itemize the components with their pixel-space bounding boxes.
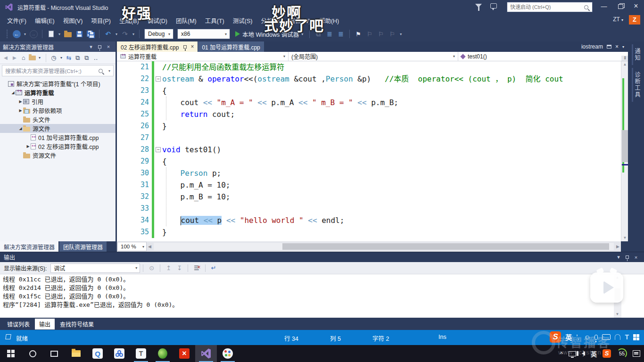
account-icon[interactable]: [615, 334, 620, 340]
tree-item-folder[interactable]: 资源文件: [0, 151, 116, 160]
signed-in-user[interactable]: ZT ▾: [613, 16, 623, 23]
close-preview-icon[interactable]: ×: [615, 43, 619, 50]
code-line-29[interactable]: 29{: [117, 156, 621, 167]
tab-list-dropdown[interactable]: ▾: [622, 45, 624, 49]
bottom-tab[interactable]: 查找符号结果: [56, 319, 98, 329]
navigate-forward-icon[interactable]: →: [28, 28, 39, 40]
save-all-icon[interactable]: [85, 28, 96, 40]
window-position-icon[interactable]: ▾: [87, 44, 95, 50]
menu-item[interactable]: 测试(S): [229, 14, 257, 27]
clear-bookmarks-icon[interactable]: ⚐: [387, 28, 397, 40]
quick-launch[interactable]: [507, 2, 593, 12]
code-line-33[interactable]: 33: [117, 203, 621, 214]
taskbar-start-button[interactable]: [0, 345, 22, 362]
side-tab-diagnostics[interactable]: 诊断工具: [632, 68, 641, 102]
sogou-tray-icon[interactable]: S: [603, 349, 611, 358]
scroll-right-icon[interactable]: ▶: [615, 244, 621, 249]
next-bookmark-icon[interactable]: ⚐: [376, 28, 386, 40]
document-tab[interactable]: 01 加号运算符重载.cpp: [198, 41, 264, 52]
fold-toggle-icon[interactable]: −: [156, 147, 161, 152]
bottom-tab[interactable]: 输出: [35, 319, 55, 329]
sogou-logo-icon[interactable]: S: [550, 331, 561, 343]
punctuation-icon[interactable]: ’,: [576, 333, 579, 341]
close-tab-icon[interactable]: ×: [190, 43, 194, 50]
close-panel-icon[interactable]: ×: [104, 44, 113, 49]
code-line-21[interactable]: 21//只能利用全局函数重载左移运算符: [117, 61, 621, 73]
tree-item-references[interactable]: ▶引用: [0, 97, 116, 106]
fold-toggle-icon[interactable]: −: [156, 76, 161, 82]
previous-message-icon[interactable]: ↥: [166, 264, 171, 272]
find-message-icon[interactable]: ⊙: [149, 264, 154, 272]
skin-icon[interactable]: T: [625, 333, 629, 341]
split-window-handle[interactable]: ⇕: [621, 56, 628, 61]
quick-launch-input[interactable]: [507, 4, 584, 10]
taskbar-file-explorer[interactable]: [65, 345, 87, 362]
close-panel-icon[interactable]: ×: [632, 255, 640, 260]
window-position-icon[interactable]: ▾: [614, 254, 623, 260]
vertical-scroll-thumb[interactable]: [622, 130, 628, 162]
home-icon[interactable]: ⌂: [20, 54, 27, 61]
taskbar-app-red-x[interactable]: ×: [173, 345, 195, 362]
panel-tab[interactable]: 团队资源管理器: [59, 241, 107, 252]
explorer-forward-icon[interactable]: ►: [11, 54, 18, 61]
explorer-back-icon[interactable]: ◄: [2, 54, 9, 61]
code-line-34[interactable]: 34 cout << p << "hello world " << endl;: [117, 214, 621, 226]
code-line-32[interactable]: 32 p.m_B = 10;: [117, 191, 621, 203]
preview-tab-iostream[interactable]: iostream × ▾: [581, 41, 626, 52]
menu-item[interactable]: 视图(V): [59, 14, 87, 27]
horizontal-scrollbar[interactable]: [154, 243, 614, 250]
tree-item-solution[interactable]: 解决方案"运算符重载"(1 个项目): [0, 79, 116, 88]
taskbar-app-trefoil[interactable]: [108, 345, 130, 362]
collapse-all-icon[interactable]: ⧉: [83, 54, 91, 62]
filter-dropdown[interactable]: ▾: [59, 56, 64, 60]
code-line-27[interactable]: 27: [117, 132, 621, 144]
menu-item[interactable]: 文件(F): [3, 14, 31, 27]
solution-config-select[interactable]: Debug▾: [144, 29, 173, 39]
output-log[interactable]: 线程 0x11cc 已退出，返回值为 0 (0x0)。线程 0x2d14 已退出…: [0, 274, 644, 318]
code-line-25[interactable]: 25 return cout;: [117, 108, 621, 120]
pending-changes-filter-icon[interactable]: ◷: [50, 54, 58, 61]
toolbar-grip[interactable]: [7, 30, 8, 38]
action-center-icon[interactable]: [633, 350, 640, 357]
side-tab-notifications[interactable]: 通知: [632, 44, 641, 65]
volume-icon[interactable]: [582, 351, 585, 356]
video-play-overlay-icon[interactable]: [590, 272, 623, 303]
explorer-overflow-icon[interactable]: ‥: [92, 54, 99, 61]
project-dropdown[interactable]: 运算符重载▾: [117, 52, 289, 61]
document-tab[interactable]: 02 左移运算符重载.cpp×: [117, 41, 198, 52]
language-indicator[interactable]: 英: [565, 332, 572, 342]
navigate-back-dropdown[interactable]: ▾: [23, 32, 27, 36]
keep-open-icon[interactable]: [607, 45, 611, 49]
redo-icon[interactable]: ↷: [120, 28, 130, 40]
solution-search-box[interactable]: 搜索解决方案资源管理器(Ctrl+;) ▾: [2, 65, 114, 76]
network-icon[interactable]: [569, 351, 576, 356]
tree-item-folder[interactable]: 头文件: [0, 115, 116, 124]
code-line-28[interactable]: 28−void test01(): [117, 144, 621, 156]
switch-views-icon[interactable]: [29, 56, 36, 60]
code-line-24[interactable]: 24 cout << "m_A = " << p.m_A << " m_B = …: [117, 97, 621, 108]
bottom-tab[interactable]: 错误列表: [3, 319, 34, 329]
tree-item-folder-open[interactable]: ◢源文件: [0, 124, 116, 133]
emoji-icon[interactable]: ☺: [584, 333, 590, 341]
redo-dropdown[interactable]: ▾: [131, 32, 136, 36]
pin-icon[interactable]: [98, 45, 101, 49]
code-line-22[interactable]: 22−ostream & operator<<(ostream &cout ,P…: [117, 73, 621, 85]
open-file-icon[interactable]: [63, 28, 73, 40]
close-button[interactable]: ×: [629, 1, 643, 11]
new-file-icon[interactable]: [46, 28, 56, 40]
taskbar-visual-studio[interactable]: [195, 345, 217, 362]
scroll-up-icon[interactable]: ▲: [621, 61, 628, 68]
code-line-31[interactable]: 31 p.m_A = 10;: [117, 179, 621, 191]
code-line-23[interactable]: 23{: [117, 85, 621, 97]
tray-expand-icon[interactable]: ^: [560, 350, 563, 357]
tree-item-file[interactable]: ▶02 左移运算符重载.cpp: [0, 142, 116, 151]
scroll-down-icon[interactable]: ▼: [621, 235, 628, 241]
toolbar-overflow[interactable]: ▾: [398, 32, 403, 36]
menu-item[interactable]: 项目(P): [87, 14, 115, 27]
pin-tab-icon[interactable]: [183, 45, 187, 49]
ime-language-indicator[interactable]: 英: [591, 349, 597, 358]
zoom-select[interactable]: 100 %▾: [117, 242, 147, 251]
taskbar-app-green[interactable]: [152, 345, 173, 362]
save-icon[interactable]: [74, 28, 84, 40]
tree-item-file[interactable]: 01 加号运算符重载.cpp: [0, 133, 116, 142]
